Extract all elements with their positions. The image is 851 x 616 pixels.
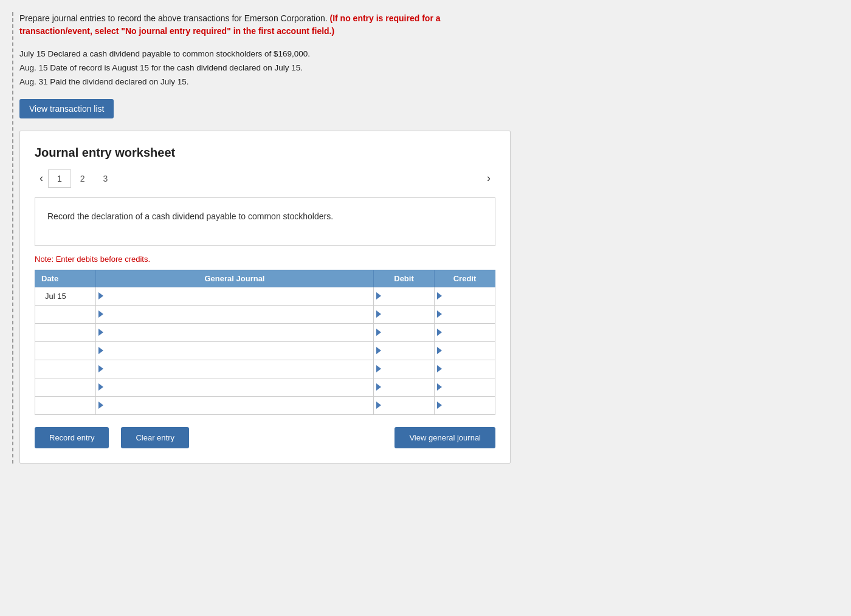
credit-input-5[interactable] (443, 360, 495, 378)
debit-arrow-icon-3 (376, 329, 381, 336)
journal-input-5[interactable] (105, 360, 373, 378)
credit-arrow-icon-6 (437, 383, 442, 391)
table-row (35, 360, 495, 378)
date-cell-1: Jul 15 (35, 287, 96, 305)
tab-3[interactable]: 3 (94, 169, 117, 188)
transactions-list: July 15 Declared a cash dividend payable… (19, 47, 511, 89)
arrow-icon-3 (98, 329, 103, 336)
record-entry-button[interactable]: Record entry (35, 427, 109, 448)
table-row (35, 396, 495, 414)
credit-input-3[interactable] (443, 324, 495, 341)
credit-arrow-icon-2 (437, 310, 442, 318)
credit-arrow-icon-1 (437, 292, 442, 299)
journal-cell-3[interactable] (96, 323, 374, 341)
table-row (35, 305, 495, 323)
journal-cell-6[interactable] (96, 378, 374, 396)
journal-input-7[interactable] (105, 397, 373, 414)
debit-input-2[interactable] (382, 306, 434, 323)
credit-input-2[interactable] (443, 306, 495, 323)
credit-input-6[interactable] (443, 378, 495, 396)
journal-cell-2[interactable] (96, 305, 374, 323)
view-general-journal-button[interactable]: View general journal (394, 427, 495, 448)
date-cell-2 (35, 305, 96, 323)
worksheet-container: Journal entry worksheet ‹ 1 2 3 › Record… (19, 131, 511, 464)
date-cell-3 (35, 323, 96, 341)
journal-table: Date General Journal Debit Credit Jul 15 (35, 270, 495, 415)
transaction-2: Aug. 15 Date of record is August 15 for … (19, 61, 511, 75)
debit-arrow-icon-6 (376, 383, 381, 391)
credit-cell-1[interactable] (435, 287, 495, 305)
prev-tab-arrow[interactable]: ‹ (35, 169, 48, 187)
date-cell-6 (35, 378, 96, 396)
debit-input-4[interactable] (382, 342, 434, 360)
worksheet-title: Journal entry worksheet (35, 146, 495, 160)
arrow-icon-1 (98, 292, 103, 299)
date-cell-4 (35, 341, 96, 360)
view-transaction-list-button[interactable]: View transaction list (19, 99, 114, 118)
journal-input-6[interactable] (105, 378, 373, 396)
credit-input-4[interactable] (443, 342, 495, 360)
journal-cell-7[interactable] (96, 396, 374, 414)
debit-input-6[interactable] (382, 378, 434, 396)
header-credit: Credit (435, 270, 495, 287)
debit-cell-7[interactable] (374, 396, 435, 414)
tab-1[interactable]: 1 (48, 169, 71, 188)
journal-input-3[interactable] (105, 324, 373, 341)
credit-input-1[interactable] (443, 287, 495, 305)
arrow-icon-4 (98, 347, 103, 354)
transaction-1: July 15 Declared a cash dividend payable… (19, 47, 511, 61)
credit-cell-6[interactable] (435, 378, 495, 396)
table-row (35, 323, 495, 341)
debit-input-3[interactable] (382, 324, 434, 341)
arrow-icon-2 (98, 310, 103, 318)
date-cell-7 (35, 396, 96, 414)
debit-input-7[interactable] (382, 397, 434, 414)
debit-cell-2[interactable] (374, 305, 435, 323)
credit-cell-4[interactable] (435, 341, 495, 360)
date-value-1: Jul 15 (40, 289, 71, 303)
debit-cell-4[interactable] (374, 341, 435, 360)
debit-cell-6[interactable] (374, 378, 435, 396)
journal-input-4[interactable] (105, 342, 373, 360)
debit-cell-1[interactable] (374, 287, 435, 305)
debit-arrow-icon-5 (376, 365, 381, 372)
debit-arrow-icon-4 (376, 347, 381, 354)
journal-input-2[interactable] (105, 306, 373, 323)
debit-arrow-icon-7 (376, 402, 381, 409)
table-row (35, 378, 495, 396)
header-date: Date (35, 270, 96, 287)
credit-cell-7[interactable] (435, 396, 495, 414)
buttons-row: Record entry Clear entry View general jo… (35, 427, 495, 448)
credit-input-7[interactable] (443, 397, 495, 414)
arrow-icon-5 (98, 365, 103, 372)
header-debit: Debit (374, 270, 435, 287)
arrow-icon-6 (98, 383, 103, 391)
journal-input-1[interactable] (105, 287, 373, 305)
instruction-text: Record the declaration of a cash dividen… (47, 211, 333, 221)
debit-input-1[interactable] (382, 287, 434, 305)
debit-arrow-icon-1 (376, 292, 381, 299)
next-tab-arrow[interactable]: › (482, 169, 495, 187)
credit-cell-5[interactable] (435, 360, 495, 378)
instruction-box: Record the declaration of a cash dividen… (35, 197, 495, 246)
instructions-block: Prepare journal entries to record the ab… (19, 12, 511, 38)
journal-cell-5[interactable] (96, 360, 374, 378)
table-header-row: Date General Journal Debit Credit (35, 270, 495, 287)
debit-cell-3[interactable] (374, 323, 435, 341)
debit-arrow-icon-2 (376, 310, 381, 318)
tab-2[interactable]: 2 (71, 169, 94, 188)
journal-cell-1[interactable] (96, 287, 374, 305)
debit-cell-5[interactable] (374, 360, 435, 378)
tab-navigation: ‹ 1 2 3 › (35, 169, 495, 188)
date-cell-5 (35, 360, 96, 378)
table-row (35, 341, 495, 360)
table-row: Jul 15 (35, 287, 495, 305)
page-container: Prepare journal entries to record the ab… (12, 12, 511, 464)
journal-cell-4[interactable] (96, 341, 374, 360)
header-general-journal: General Journal (96, 270, 374, 287)
debit-input-5[interactable] (382, 360, 434, 378)
note-text: Note: Enter debits before credits. (35, 255, 495, 264)
clear-entry-button[interactable]: Clear entry (121, 427, 189, 448)
credit-cell-3[interactable] (435, 323, 495, 341)
credit-cell-2[interactable] (435, 305, 495, 323)
